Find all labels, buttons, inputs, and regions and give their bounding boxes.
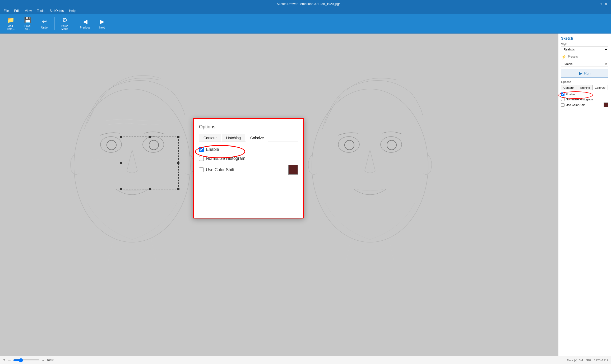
next-label: Next (99, 26, 105, 29)
next-button[interactable]: ▶ Next (94, 16, 110, 31)
options-popup: Options Contour Hatching Colorize Enable (193, 118, 304, 218)
popup-enable-label: Enable (206, 147, 219, 152)
batch-mode-button[interactable]: ⚙ Batch Mode (57, 16, 73, 31)
menu-file[interactable]: File (2, 8, 10, 13)
window-controls: — □ ✕ (593, 2, 608, 6)
panel-colorshift-row: Use Color Shift (561, 102, 608, 107)
popup-tabs: Contour Hatching Colorize (199, 134, 298, 142)
close-button[interactable]: ✕ (604, 2, 608, 6)
svg-point-4 (149, 140, 159, 150)
time-label: Time (s): 3.4 (567, 359, 583, 362)
status-bar: ⊡ — + 108% Time (s): 3.4 JPG 1920x1117 (0, 356, 611, 364)
svg-point-3 (107, 140, 116, 150)
add-files-label: Add File(s)... (6, 25, 15, 30)
panel-colorshift-label: Use Color Shift (566, 103, 585, 106)
style-label: Style (561, 43, 608, 46)
panel-sketch-title: Sketch (561, 36, 608, 40)
popup-tab-colorize[interactable]: Colorize (246, 134, 268, 142)
batch-label: Batch Mode (61, 25, 68, 30)
menu-tools[interactable]: Tools (35, 8, 46, 13)
popup-normalize-row: Normalize Histogram (199, 156, 298, 161)
undo-button[interactable]: ↩ Undo (36, 16, 52, 31)
panel-enable-row: Enable (561, 92, 608, 96)
zoom-out-icon[interactable]: — (8, 359, 11, 362)
previous-label: Previous (80, 26, 90, 29)
popup-colorshift-label: Use Color Shift (206, 167, 234, 172)
svg-point-0 (74, 89, 190, 242)
popup-color-swatch[interactable] (288, 165, 298, 175)
minimize-button[interactable]: — (593, 2, 598, 6)
panel-color-swatch[interactable] (604, 102, 608, 107)
popup-title: Options (199, 124, 298, 130)
run-arrow-icon: ▶ (579, 71, 582, 76)
run-button[interactable]: ▶ Run (561, 69, 608, 78)
fit-icon: ⊡ (3, 358, 5, 362)
presets-select[interactable]: Simple (561, 61, 608, 67)
panel-enable-label: Enable (566, 93, 575, 96)
popup-colorshift-checkbox[interactable] (199, 167, 204, 172)
next-icon: ▶ (100, 18, 104, 25)
popup-colorshift-row: Use Color Shift (199, 165, 298, 175)
right-panel: Sketch Style Realistic Simple ⚡ Presets … (558, 34, 611, 356)
panel-tabs: Contour Hatching Colorize (561, 85, 608, 90)
panel-normalize-checkbox[interactable] (561, 97, 564, 101)
toolbar-divider-1 (54, 17, 55, 30)
save-as-button[interactable]: 💾 Save as... (20, 16, 35, 31)
zoom-slider[interactable] (13, 358, 40, 362)
popup-normalize-label: Normalize Histogram (206, 156, 245, 161)
maximize-button[interactable]: □ (598, 2, 603, 6)
main-area: Options Contour Hatching Colorize Enable (0, 34, 611, 356)
menu-help[interactable]: Help (67, 8, 77, 13)
options-label: Options (561, 80, 608, 83)
svg-point-8 (345, 140, 354, 150)
status-left: ⊡ — + 108% (3, 358, 54, 362)
panel-normalize-label: Normalize Histogram (566, 98, 593, 101)
add-files-icon: 📁 (7, 17, 14, 24)
panel-tab-contour[interactable]: Contour (561, 85, 576, 90)
add-files-button[interactable]: 📁 Add File(s)... (3, 16, 18, 31)
presets-label: Presets (568, 55, 578, 58)
popup-enable-checkbox[interactable] (199, 147, 204, 152)
zoom-in-icon[interactable]: + (42, 359, 44, 362)
menu-bar: File Edit View Tools SoftOrbits Help (0, 8, 611, 14)
toolbar: 📁 Add File(s)... 💾 Save as... ↩ Undo ⚙ B… (0, 14, 611, 34)
zoom-value: 108% (47, 359, 54, 362)
format-label: JPG (586, 359, 591, 362)
status-right: Time (s): 3.4 JPG 1920x1117 (567, 359, 608, 362)
previous-button[interactable]: ◀ Previous (77, 16, 93, 31)
style-select[interactable]: Realistic Simple (561, 46, 608, 52)
previous-icon: ◀ (83, 18, 87, 25)
menu-view[interactable]: View (23, 8, 33, 13)
popup-tab-hatching[interactable]: Hatching (222, 134, 245, 142)
popup-enable-row: Enable (199, 147, 298, 152)
save-as-label: Save as... (25, 25, 31, 30)
svg-point-9 (387, 140, 396, 150)
presets-icon: ⚡ (561, 54, 566, 59)
title-bar: Sketch Drawer - emotions-371238_1920.jpg… (0, 0, 611, 8)
canvas-area[interactable]: Options Contour Hatching Colorize Enable (0, 34, 558, 356)
svg-point-7 (381, 137, 402, 152)
svg-point-5 (312, 89, 428, 242)
window-title: Sketch Drawer - emotions-371238_1920.jpg… (24, 2, 593, 6)
canvas-background: Options Contour Hatching Colorize Enable (0, 34, 558, 356)
panel-tab-hatching[interactable]: Hatching (576, 85, 592, 90)
batch-icon: ⚙ (62, 17, 67, 24)
svg-point-1 (100, 137, 122, 152)
svg-point-6 (338, 137, 359, 152)
undo-label: Undo (41, 26, 48, 29)
panel-normalize-row: Normalize Histogram (561, 97, 608, 101)
run-label: Run (584, 71, 591, 75)
presets-row: ⚡ Presets (561, 54, 608, 59)
panel-colorshift-checkbox[interactable] (561, 103, 564, 107)
svg-point-2 (143, 137, 164, 152)
panel-tab-colorize[interactable]: Colorize (593, 85, 608, 90)
toolbar-divider-2 (75, 17, 75, 30)
menu-edit[interactable]: Edit (12, 8, 21, 13)
save-as-icon: 💾 (24, 17, 31, 24)
popup-normalize-checkbox[interactable] (199, 156, 204, 161)
panel-enable-checkbox[interactable] (561, 92, 564, 96)
menu-softorbits[interactable]: SoftOrbits (48, 8, 65, 13)
dimensions-label: 1920x1117 (594, 359, 608, 362)
undo-icon: ↩ (42, 18, 47, 25)
popup-tab-contour[interactable]: Contour (199, 134, 221, 142)
